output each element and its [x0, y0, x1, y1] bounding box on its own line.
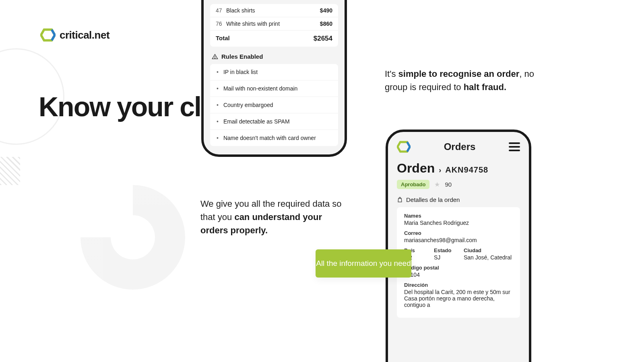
order-score: 90: [445, 181, 452, 188]
order-details-header: Detalles de la orden: [397, 196, 520, 203]
order-code: AKN94758: [445, 165, 488, 175]
order-total-row: Total$2654: [210, 31, 338, 47]
svg-point-2: [215, 58, 215, 58]
bg-lines: [0, 157, 20, 185]
logo-hexagon-icon: [40, 27, 56, 43]
logo-hexagon-icon: [397, 140, 411, 154]
bg-pie: [80, 185, 185, 290]
rules-header-text: Rules Enabled: [221, 53, 263, 60]
order-items-list: 47Black shirts$49076White shirts with pr…: [210, 4, 338, 47]
phone-mockup-items: 47Black shirts$49076White shirts with pr…: [201, 0, 347, 157]
phone-mockup-order: Orders Orden › AKN94758 Aprobado ★ 90 De…: [386, 130, 531, 362]
star-icon: ★: [434, 181, 440, 188]
rule-item: Mail with non-existent domain: [210, 80, 338, 97]
order-breadcrumb: Orden › AKN94758: [397, 161, 520, 176]
status-badge: Aprobado: [397, 180, 429, 189]
rules-header: Rules Enabled: [210, 47, 338, 64]
chevron-right-icon: ›: [439, 166, 441, 175]
brand-logo: critical.net: [40, 27, 109, 43]
rule-item: IP in black list: [210, 64, 338, 80]
rule-item: Name doesn't match with card owner: [210, 130, 338, 146]
rule-item: Email detectable as SPAM: [210, 113, 338, 130]
order-item-row: 76White shirts with print$860: [210, 17, 338, 31]
orders-title: Orders: [444, 141, 476, 152]
rule-item: Country embargoed: [210, 97, 338, 113]
rules-list: IP in black listMail with non-existent d…: [210, 64, 338, 146]
callout-badge: All the information you need: [316, 249, 411, 278]
order-item-row: 47Black shirts$490: [210, 4, 338, 17]
bag-icon: [397, 197, 403, 203]
order-details-card: NamesMaria Sanches Rodriguez Correomaria…: [397, 207, 520, 318]
warning-icon: [212, 53, 218, 60]
order-status-row: Aprobado ★ 90: [397, 180, 520, 189]
hamburger-icon[interactable]: [509, 142, 520, 151]
copy-fraud: It's simple to recognise an order, no gr…: [385, 67, 546, 94]
copy-data: We give you all the required data so tha…: [200, 197, 345, 237]
brand-name: critical.net: [60, 29, 109, 41]
